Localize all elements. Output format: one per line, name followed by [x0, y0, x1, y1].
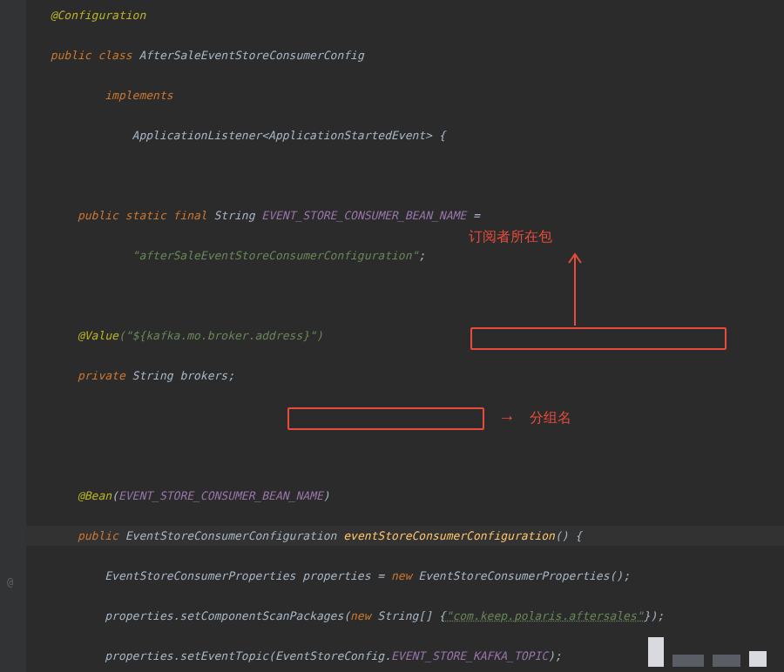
const-bean-name: EVENT_STORE_CONSUMER_BEAN_NAME	[261, 209, 466, 222]
annotation-configuration: @Configuration	[51, 9, 146, 22]
editor-gutter: @	[0, 0, 26, 672]
code-block[interactable]: @Configuration public class AfterSaleEve…	[26, 0, 784, 672]
arrow-right-icon: →	[498, 407, 516, 427]
callout-package-label: 订阅者所在包	[469, 226, 552, 246]
annotation-bean: @Bean	[78, 489, 112, 502]
override-gutter-icon: @	[7, 573, 13, 593]
scan-package-string: "com.keep.polaris.aftersales"	[446, 609, 644, 622]
method-eventStoreConsumerConfiguration: eventStoreConsumerConfiguration	[343, 529, 555, 542]
annotation-value: @Value	[78, 329, 118, 342]
status-bar-stub	[648, 637, 767, 667]
code-editor[interactable]: @Configuration public class AfterSaleEve…	[26, 0, 784, 672]
class-name: AfterSaleEventStoreConsumerConfig	[139, 49, 363, 62]
callout-group-label: 分组名	[530, 407, 571, 427]
